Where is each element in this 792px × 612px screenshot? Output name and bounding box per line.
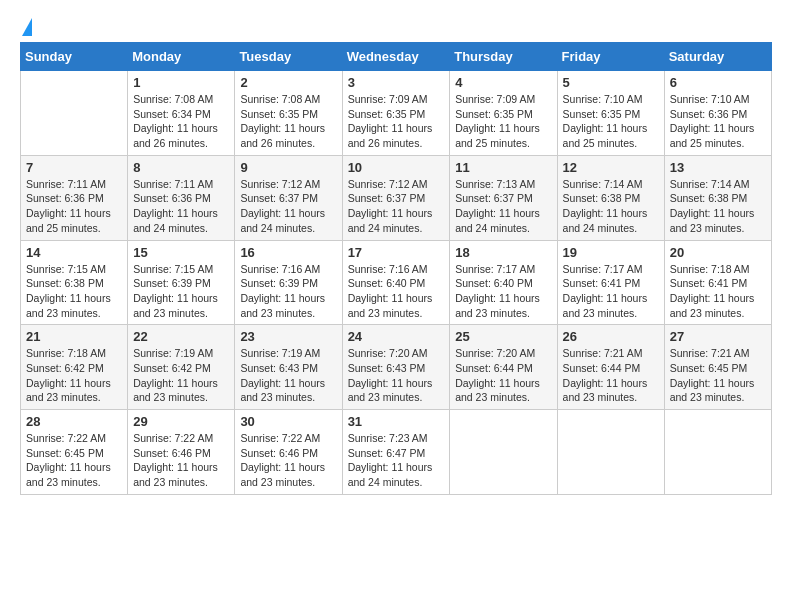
day-info: Sunrise: 7:23 AMSunset: 6:47 PMDaylight:…	[348, 431, 445, 490]
calendar-cell: 28Sunrise: 7:22 AMSunset: 6:45 PMDayligh…	[21, 410, 128, 495]
day-info: Sunrise: 7:12 AMSunset: 6:37 PMDaylight:…	[240, 177, 336, 236]
day-info: Sunrise: 7:14 AMSunset: 6:38 PMDaylight:…	[670, 177, 766, 236]
day-number: 6	[670, 75, 766, 90]
day-number: 22	[133, 329, 229, 344]
day-number: 23	[240, 329, 336, 344]
day-info: Sunrise: 7:12 AMSunset: 6:37 PMDaylight:…	[348, 177, 445, 236]
day-info: Sunrise: 7:11 AMSunset: 6:36 PMDaylight:…	[133, 177, 229, 236]
calendar-header-saturday: Saturday	[664, 43, 771, 71]
calendar-cell: 26Sunrise: 7:21 AMSunset: 6:44 PMDayligh…	[557, 325, 664, 410]
calendar-cell: 3Sunrise: 7:09 AMSunset: 6:35 PMDaylight…	[342, 71, 450, 156]
calendar-cell: 1Sunrise: 7:08 AMSunset: 6:34 PMDaylight…	[128, 71, 235, 156]
calendar-header-sunday: Sunday	[21, 43, 128, 71]
day-number: 2	[240, 75, 336, 90]
day-number: 11	[455, 160, 551, 175]
logo-triangle-icon	[22, 18, 32, 36]
day-info: Sunrise: 7:10 AMSunset: 6:35 PMDaylight:…	[563, 92, 659, 151]
calendar-cell	[557, 410, 664, 495]
calendar-week-row: 7Sunrise: 7:11 AMSunset: 6:36 PMDaylight…	[21, 155, 772, 240]
day-number: 8	[133, 160, 229, 175]
calendar-cell: 2Sunrise: 7:08 AMSunset: 6:35 PMDaylight…	[235, 71, 342, 156]
calendar-cell	[21, 71, 128, 156]
day-info: Sunrise: 7:21 AMSunset: 6:44 PMDaylight:…	[563, 346, 659, 405]
day-number: 30	[240, 414, 336, 429]
calendar-cell: 24Sunrise: 7:20 AMSunset: 6:43 PMDayligh…	[342, 325, 450, 410]
calendar-header-tuesday: Tuesday	[235, 43, 342, 71]
day-info: Sunrise: 7:09 AMSunset: 6:35 PMDaylight:…	[455, 92, 551, 151]
calendar-cell: 20Sunrise: 7:18 AMSunset: 6:41 PMDayligh…	[664, 240, 771, 325]
calendar-cell: 12Sunrise: 7:14 AMSunset: 6:38 PMDayligh…	[557, 155, 664, 240]
day-number: 25	[455, 329, 551, 344]
day-number: 15	[133, 245, 229, 260]
calendar-cell: 25Sunrise: 7:20 AMSunset: 6:44 PMDayligh…	[450, 325, 557, 410]
calendar-cell: 10Sunrise: 7:12 AMSunset: 6:37 PMDayligh…	[342, 155, 450, 240]
day-info: Sunrise: 7:22 AMSunset: 6:46 PMDaylight:…	[240, 431, 336, 490]
calendar-cell: 15Sunrise: 7:15 AMSunset: 6:39 PMDayligh…	[128, 240, 235, 325]
calendar-cell	[450, 410, 557, 495]
day-info: Sunrise: 7:19 AMSunset: 6:43 PMDaylight:…	[240, 346, 336, 405]
calendar-table: SundayMondayTuesdayWednesdayThursdayFrid…	[20, 42, 772, 495]
calendar-cell: 27Sunrise: 7:21 AMSunset: 6:45 PMDayligh…	[664, 325, 771, 410]
day-info: Sunrise: 7:18 AMSunset: 6:42 PMDaylight:…	[26, 346, 122, 405]
day-number: 1	[133, 75, 229, 90]
day-info: Sunrise: 7:19 AMSunset: 6:42 PMDaylight:…	[133, 346, 229, 405]
calendar-cell: 9Sunrise: 7:12 AMSunset: 6:37 PMDaylight…	[235, 155, 342, 240]
day-number: 18	[455, 245, 551, 260]
day-info: Sunrise: 7:09 AMSunset: 6:35 PMDaylight:…	[348, 92, 445, 151]
calendar-cell: 4Sunrise: 7:09 AMSunset: 6:35 PMDaylight…	[450, 71, 557, 156]
day-number: 16	[240, 245, 336, 260]
day-number: 10	[348, 160, 445, 175]
day-info: Sunrise: 7:08 AMSunset: 6:35 PMDaylight:…	[240, 92, 336, 151]
calendar-cell: 8Sunrise: 7:11 AMSunset: 6:36 PMDaylight…	[128, 155, 235, 240]
day-number: 17	[348, 245, 445, 260]
day-number: 29	[133, 414, 229, 429]
day-number: 13	[670, 160, 766, 175]
calendar-cell: 7Sunrise: 7:11 AMSunset: 6:36 PMDaylight…	[21, 155, 128, 240]
calendar-header-thursday: Thursday	[450, 43, 557, 71]
calendar-header-wednesday: Wednesday	[342, 43, 450, 71]
calendar-cell: 31Sunrise: 7:23 AMSunset: 6:47 PMDayligh…	[342, 410, 450, 495]
calendar-cell: 13Sunrise: 7:14 AMSunset: 6:38 PMDayligh…	[664, 155, 771, 240]
calendar-cell: 5Sunrise: 7:10 AMSunset: 6:35 PMDaylight…	[557, 71, 664, 156]
day-info: Sunrise: 7:11 AMSunset: 6:36 PMDaylight:…	[26, 177, 122, 236]
page-header	[20, 20, 772, 32]
day-number: 7	[26, 160, 122, 175]
day-number: 24	[348, 329, 445, 344]
calendar-cell: 16Sunrise: 7:16 AMSunset: 6:39 PMDayligh…	[235, 240, 342, 325]
logo	[20, 20, 32, 32]
calendar-cell: 23Sunrise: 7:19 AMSunset: 6:43 PMDayligh…	[235, 325, 342, 410]
day-info: Sunrise: 7:18 AMSunset: 6:41 PMDaylight:…	[670, 262, 766, 321]
calendar-cell: 30Sunrise: 7:22 AMSunset: 6:46 PMDayligh…	[235, 410, 342, 495]
day-info: Sunrise: 7:22 AMSunset: 6:46 PMDaylight:…	[133, 431, 229, 490]
day-info: Sunrise: 7:21 AMSunset: 6:45 PMDaylight:…	[670, 346, 766, 405]
calendar-week-row: 28Sunrise: 7:22 AMSunset: 6:45 PMDayligh…	[21, 410, 772, 495]
day-number: 3	[348, 75, 445, 90]
calendar-cell: 29Sunrise: 7:22 AMSunset: 6:46 PMDayligh…	[128, 410, 235, 495]
day-info: Sunrise: 7:15 AMSunset: 6:39 PMDaylight:…	[133, 262, 229, 321]
calendar-cell: 19Sunrise: 7:17 AMSunset: 6:41 PMDayligh…	[557, 240, 664, 325]
day-info: Sunrise: 7:13 AMSunset: 6:37 PMDaylight:…	[455, 177, 551, 236]
day-number: 28	[26, 414, 122, 429]
day-info: Sunrise: 7:08 AMSunset: 6:34 PMDaylight:…	[133, 92, 229, 151]
calendar-cell: 6Sunrise: 7:10 AMSunset: 6:36 PMDaylight…	[664, 71, 771, 156]
day-info: Sunrise: 7:22 AMSunset: 6:45 PMDaylight:…	[26, 431, 122, 490]
calendar-header-row: SundayMondayTuesdayWednesdayThursdayFrid…	[21, 43, 772, 71]
calendar-cell: 22Sunrise: 7:19 AMSunset: 6:42 PMDayligh…	[128, 325, 235, 410]
day-number: 12	[563, 160, 659, 175]
day-info: Sunrise: 7:14 AMSunset: 6:38 PMDaylight:…	[563, 177, 659, 236]
calendar-cell: 11Sunrise: 7:13 AMSunset: 6:37 PMDayligh…	[450, 155, 557, 240]
day-info: Sunrise: 7:16 AMSunset: 6:39 PMDaylight:…	[240, 262, 336, 321]
day-number: 9	[240, 160, 336, 175]
day-number: 4	[455, 75, 551, 90]
calendar-week-row: 14Sunrise: 7:15 AMSunset: 6:38 PMDayligh…	[21, 240, 772, 325]
calendar-cell: 14Sunrise: 7:15 AMSunset: 6:38 PMDayligh…	[21, 240, 128, 325]
day-number: 20	[670, 245, 766, 260]
calendar-header-monday: Monday	[128, 43, 235, 71]
day-info: Sunrise: 7:17 AMSunset: 6:41 PMDaylight:…	[563, 262, 659, 321]
day-number: 19	[563, 245, 659, 260]
day-number: 31	[348, 414, 445, 429]
day-number: 5	[563, 75, 659, 90]
day-number: 14	[26, 245, 122, 260]
calendar-week-row: 1Sunrise: 7:08 AMSunset: 6:34 PMDaylight…	[21, 71, 772, 156]
calendar-cell	[664, 410, 771, 495]
